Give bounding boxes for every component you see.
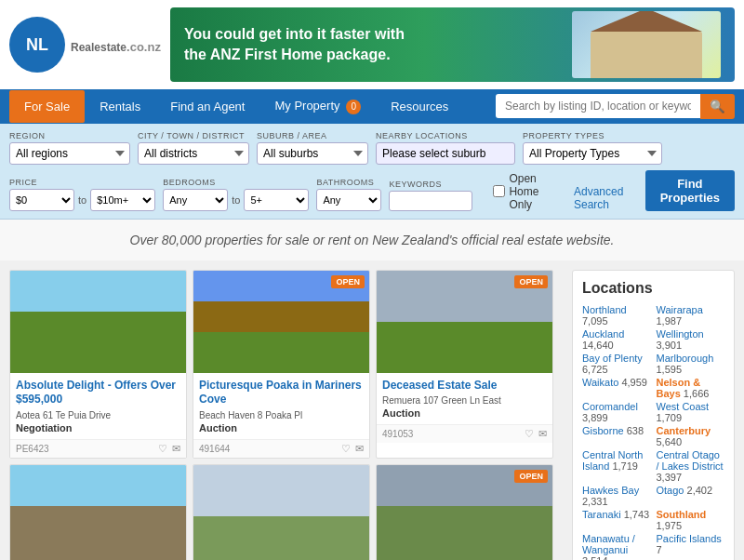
city-label: CITY / TOWN / DISTRICT — [138, 131, 249, 140]
location-item: Otago 2,402 — [657, 485, 725, 507]
listing-image: OPEN — [377, 465, 552, 560]
listing-title[interactable]: Picturesque Poaka in Mariners Cove — [199, 379, 364, 407]
search-bar: 🔍 — [496, 94, 735, 119]
property-types-select[interactable]: All Property Types — [523, 142, 662, 165]
bedrooms-to-select[interactable]: 5+ — [244, 189, 309, 211]
nav-rentals[interactable]: Rentals — [85, 90, 155, 123]
filter-bar: REGION All regions CITY / TOWN / DISTRIC… — [0, 124, 744, 220]
listing-title[interactable]: Absolute Delight - Offers Over $595,000 — [16, 379, 180, 407]
price-to-label: to — [78, 194, 86, 206]
location-name[interactable]: Southland — [657, 509, 707, 520]
listing-info: Absolute Delight - Offers Over $595,000 … — [10, 373, 186, 439]
location-name[interactable]: Marlborough — [657, 353, 714, 364]
main-content: Absolute Delight - Offers Over $595,000 … — [0, 260, 744, 561]
open-badge: OPEN — [331, 275, 365, 288]
listing-icons: ♡ ✉ — [158, 443, 180, 455]
listings-grid-2: Stunning Home in Prime Location Papakura… — [9, 464, 553, 560]
listing-price: Auction — [199, 422, 364, 433]
price-range: $0 to $10m+ — [9, 189, 155, 211]
location-name[interactable]: Hawkes Bay — [582, 485, 639, 496]
location-name[interactable]: Waikato — [582, 377, 618, 388]
listing-card[interactable]: Stunning Home in Prime Location Papakura… — [9, 464, 187, 560]
listing-info: Picturesque Poaka in Mariners Cove Beach… — [193, 373, 369, 439]
location-count: 2,331 — [582, 496, 608, 507]
location-name[interactable]: Canterbury — [657, 425, 711, 436]
email-icon[interactable]: ✉ — [355, 443, 364, 455]
banner[interactable]: You could get into it faster with the AN… — [170, 7, 735, 82]
search-button[interactable]: 🔍 — [700, 94, 735, 119]
bathrooms-select[interactable]: Any — [316, 189, 381, 211]
location-name[interactable]: Gisborne — [582, 425, 624, 436]
listing-image: OPEN — [193, 271, 369, 373]
location-item: Wellington 3,901 — [657, 328, 725, 351]
nav-find-agent[interactable]: Find an Agent — [155, 90, 259, 123]
listing-card[interactable]: Absolute Delight - Offers Over $595,000 … — [9, 270, 187, 459]
listing-card[interactable]: Charming Cottage with Views Titirangi 5 … — [193, 464, 370, 560]
listing-title[interactable]: Deceased Estate Sale — [382, 379, 547, 393]
open-home-checkbox[interactable] — [493, 185, 505, 197]
location-item: Taranaki 1,743 — [582, 509, 651, 531]
email-icon[interactable]: ✉ — [172, 443, 180, 455]
find-properties-button[interactable]: Find Properties — [645, 170, 735, 211]
listing-info: Deceased Estate Sale Remuera 107 Green L… — [377, 373, 552, 425]
location-item: West Coast 1,709 — [657, 401, 725, 423]
nearby-filter: NEARBY LOCATIONS Please select suburb — [376, 131, 515, 165]
heart-icon[interactable]: ♡ — [158, 443, 167, 455]
listing-card[interactable]: OPEN Picturesque Poaka in Mariners Cove … — [193, 270, 370, 459]
listings-grid: Absolute Delight - Offers Over $595,000 … — [9, 270, 553, 459]
locations-grid: Northland 7,095Wairarapa 1,987Auckland 1… — [582, 304, 724, 561]
nav-my-property[interactable]: My Property 0 — [259, 89, 376, 124]
location-name[interactable]: Otago — [657, 485, 684, 496]
nav-resources[interactable]: Resources — [376, 90, 463, 123]
email-icon[interactable]: ✉ — [538, 428, 547, 440]
search-input[interactable] — [496, 94, 700, 118]
price-from-select[interactable]: $0 — [9, 189, 74, 211]
listing-card[interactable]: OPEN Executive Living at Its Best Epsom … — [376, 464, 553, 560]
location-name[interactable]: Coromandel — [582, 401, 638, 412]
heart-icon[interactable]: ♡ — [341, 443, 351, 455]
listing-icons: ♡ ✉ — [525, 428, 547, 440]
location-item: Gisborne 638 — [582, 425, 651, 447]
listing-address: Beach Haven 8 Poaka Pl — [199, 410, 364, 420]
location-name[interactable]: Auckland — [582, 328, 624, 340]
heart-icon[interactable]: ♡ — [525, 428, 534, 440]
nearby-select[interactable]: Please select suburb — [376, 142, 515, 165]
keywords-filter: KEYWORDS — [389, 180, 472, 211]
nav-for-sale[interactable]: For Sale — [9, 90, 85, 123]
listing-card[interactable]: OPEN Deceased Estate Sale Remuera 107 Gr… — [376, 270, 553, 459]
listing-footer: PE6423 ♡ ✉ — [10, 439, 186, 458]
suburb-select[interactable]: All suburbs — [257, 142, 368, 165]
listing-id: 491053 — [382, 429, 413, 439]
price-to-select[interactable]: $10m+ — [90, 189, 155, 211]
location-name[interactable]: Taranaki — [582, 509, 621, 520]
location-count: 1,743 — [624, 509, 650, 520]
location-item: Coromandel 3,899 — [582, 401, 651, 423]
location-item: Waikato 4,959 — [582, 377, 651, 399]
location-name[interactable]: Wellington — [657, 328, 704, 340]
location-name[interactable]: Central Otago / Lakes District — [657, 449, 724, 472]
location-name[interactable]: Northland — [582, 304, 627, 315]
location-name[interactable]: West Coast — [657, 401, 710, 412]
location-name[interactable]: Manawatu / Wanganui — [582, 533, 635, 555]
city-select[interactable]: All districts — [138, 142, 249, 165]
location-count: 1,595 — [657, 364, 683, 375]
bedrooms-from-select[interactable]: Any — [163, 189, 228, 211]
listing-image — [10, 465, 186, 560]
advanced-search-link[interactable]: Advanced Search — [574, 185, 632, 211]
bedrooms-label: BEDROOMS — [163, 178, 309, 187]
logo-icon: NL — [9, 17, 65, 73]
keywords-input[interactable] — [389, 191, 472, 211]
bathrooms-label: BATHROOMS — [316, 178, 381, 187]
property-types-filter: PROPERTY TYPES All Property Types — [523, 131, 662, 165]
location-name[interactable]: Wairarapa — [657, 304, 703, 315]
location-item: Wairarapa 1,987 — [657, 304, 725, 327]
location-name[interactable]: Pacific Islands — [657, 533, 722, 544]
sidebar: Locations Northland 7,095Wairarapa 1,987… — [563, 260, 744, 561]
suburb-label: SUBURB / AREA — [257, 131, 368, 140]
open-home-checkbox-label[interactable]: Open Home Only — [493, 172, 561, 211]
listing-price: Auction — [382, 407, 547, 419]
region-label: REGION — [9, 131, 130, 140]
location-item: Auckland 14,640 — [582, 328, 651, 351]
location-name[interactable]: Bay of Plenty — [582, 353, 643, 364]
region-select[interactable]: All regions — [9, 142, 130, 165]
